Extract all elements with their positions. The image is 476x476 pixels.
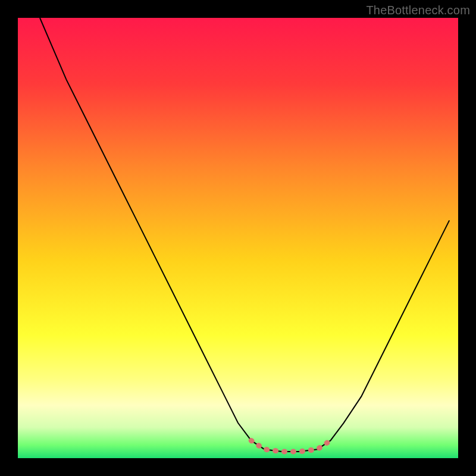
watermark-text: TheBottleneck.com [366, 4, 470, 17]
chart-container: TheBottleneck.com [0, 0, 476, 476]
plot-background [18, 18, 458, 458]
bottleneck-chart [0, 0, 476, 476]
